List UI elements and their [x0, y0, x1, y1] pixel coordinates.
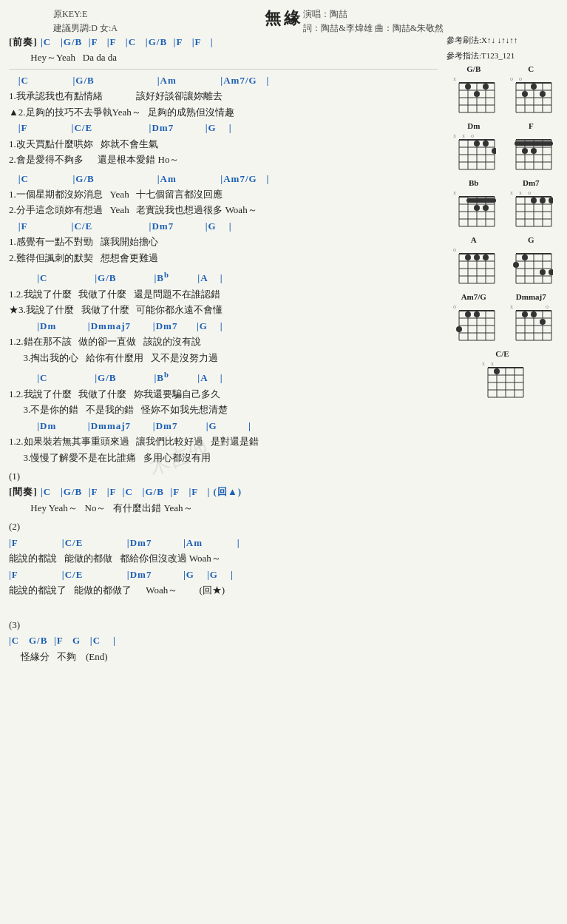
lyric-line: ▲2.足夠的技巧不去爭執Yeah～ 足夠的成熟但沒情趣: [9, 104, 438, 120]
lyric-line: Hey～Yeah Da da da: [9, 50, 438, 65]
section-chorus2: |C |G/B |Bb |A | 1.2.我說了什麼 我做了什麼 妳我還要騙自己…: [9, 368, 438, 465]
svg-text:x: x: [453, 189, 456, 196]
section-bridge: (2) |F |C/E |Dm7 |Am | 能說的都說 能做的都做 都給你但沒…: [9, 519, 438, 598]
svg-text:x: x: [510, 189, 513, 196]
lyric-line: 能說的都說 能做的都做 都給你但沒改過 Woah～: [9, 550, 438, 566]
chord-line: |C G/B |F G |C |: [9, 633, 438, 648]
chord-line: |F |C/E |Dm7 |G |: [9, 120, 438, 135]
lyrics-section: [前奏] |C |G/B |F |F |C |G/B |F |F | Hey～Y…: [9, 34, 444, 667]
svg-text:x: x: [519, 189, 522, 196]
svg-point-128: [465, 311, 471, 317]
svg-text:x: x: [453, 132, 456, 139]
svg-point-113: [522, 254, 528, 260]
svg-text:o: o: [471, 132, 474, 139]
lyric-line: 2.難得但諷刺的默契 想想會更難過: [9, 250, 438, 266]
lyric-line: (1): [9, 468, 438, 484]
chord-gb: G/B x: [447, 64, 501, 117]
lyric-line: 2.會是愛得不夠多 還是根本愛錯 Ho～: [9, 152, 438, 167]
lyric-line: 1.2.錯在那不該 做的卻一直做 該說的沒有說: [9, 334, 438, 349]
ref-strumming: 參考刷法:X↑↓ ↓↑↓↑↑: [447, 34, 558, 47]
lyric-line: (3): [9, 617, 438, 633]
lyric-line: 3.掏出我的心 給你有什麼用 又不是沒努力過: [9, 350, 438, 365]
svg-text:o: o: [519, 75, 522, 82]
chord-line: |C |G/B |Bb |A |: [9, 368, 438, 386]
svg-point-57: [531, 148, 537, 154]
svg-point-114: [540, 269, 546, 275]
lyric-line: 1.感覺有一點不對勁 讓我開始擔心: [9, 234, 438, 249]
svg-point-115: [549, 269, 553, 275]
svg-text:x: x: [510, 303, 513, 310]
lyric-line: 2.分手這念頭妳有想過 Yeah 老實說我也想過很多 Woah～: [9, 202, 438, 217]
chord-dmmaj7: Dmmaj7 x o: [504, 292, 559, 345]
chord-line: |C |G/B |Am |Am7/G |: [9, 72, 438, 88]
performer: 演唱：陶喆: [303, 7, 444, 21]
svg-point-143: [531, 311, 537, 317]
svg-point-42: [474, 141, 480, 146]
ref-fingering: 參考指法:T123_121: [447, 50, 558, 62]
performer-info: 演唱：陶喆 詞：陶喆&李煒雄 曲：陶喆&朱敬然: [303, 7, 444, 36]
lyric-line: (2): [9, 519, 438, 534]
chord-line: |C |G/B |Am |Am7/G |: [9, 171, 438, 186]
chord-am7g: Am7/G o: [447, 292, 501, 345]
svg-text:o: o: [528, 189, 531, 196]
section-outro: (3) |C G/B |F G |C | 怪緣分 不夠 (End): [9, 601, 438, 665]
lyric-line: 1.2.我說了什麼 我做了什麼 還是問題不在誰認錯: [9, 286, 438, 302]
section-verse1: |C |G/B |Am |Am7/G | 1.我承認我也有點情緒 該好好談卻讓妳…: [9, 72, 438, 168]
chords-panel: 參考刷法:X↑↓ ↓↑↓↑↑ 參考指法:T123_121 G/B x: [444, 34, 558, 667]
svg-point-127: [456, 326, 462, 332]
svg-text:x: x: [491, 360, 494, 367]
svg-point-70: [474, 205, 480, 211]
chord-line: |Dm |Dmmaj7 |Dm7 |G |: [9, 418, 438, 434]
chord-a: A o: [447, 235, 501, 288]
lyric-line: ★3.我說了什麼 我做了什麼 可能你都永遠不會懂: [9, 302, 438, 317]
chord-line: |C |G/B |Bb |A |: [9, 269, 438, 286]
svg-text:o: o: [546, 303, 549, 310]
chord-line: [間奏] |C |G/B |F |F |C |G/B |F |F | (回▲): [9, 484, 438, 499]
key-info: 原KEY:E 建議男調:D 女:A: [53, 7, 118, 36]
svg-point-71: [483, 205, 489, 211]
chord-f: F: [504, 121, 559, 174]
original-key: 原KEY:E: [53, 7, 118, 21]
lyric-line: 1.我承認我也有點情緒 該好好談卻讓妳離去: [9, 88, 438, 104]
svg-point-11: [465, 84, 471, 90]
svg-point-101: [483, 254, 489, 260]
svg-point-44: [492, 148, 496, 154]
svg-text:x: x: [482, 360, 485, 367]
chord-ce: C/E x x: [447, 349, 558, 402]
svg-text:x: x: [453, 75, 456, 82]
lyric-line: 1.一個星期都沒妳消息 Yeah 十七個留言都沒回應: [9, 186, 438, 202]
svg-point-142: [522, 311, 528, 317]
lyric-line: 1.2.我說了什麼 我做了什麼 妳我還要騙自己多久: [9, 386, 438, 402]
lyric-line: 3.不是你的錯 不是我的錯 怪妳不如我先想清楚: [9, 402, 438, 417]
chord-c: C o o: [504, 64, 559, 117]
credits: 詞：陶喆&李煒雄 曲：陶喆&朱敬然: [303, 21, 444, 36]
svg-rect-55: [515, 141, 553, 146]
svg-point-13: [483, 84, 489, 90]
chord-line: |F |C/E |Dm7 |G |G |: [9, 567, 438, 582]
lyric-line: 1.2.如果裝若無其事重頭來過 讓我們比較好過 是對還是錯: [9, 434, 438, 449]
chord-line: |F |C/E |Dm7 |G |: [9, 218, 438, 234]
svg-rect-69: [466, 198, 496, 203]
lyric-line: [9, 601, 438, 617]
section-verse2: |C |G/B |Am |Am7/G | 1.一個星期都沒妳消息 Yeah 十七…: [9, 171, 438, 266]
chord-line: |Dm |Dmmaj7 |Dm7 |G |: [9, 318, 438, 334]
chords-grid: G/B x: [447, 64, 558, 402]
svg-point-129: [474, 311, 480, 317]
chord-bb: Bb x: [447, 178, 501, 231]
lyric-line: Hey Yeah～ No～ 有什麼出錯 Yeah～: [9, 500, 438, 516]
svg-point-27: [522, 91, 528, 97]
chord-line: |F |C/E |Dm7 |Am |: [9, 535, 438, 550]
svg-text:o: o: [510, 75, 513, 82]
chord-g: G: [504, 235, 559, 288]
svg-point-87: [549, 198, 553, 203]
svg-point-28: [540, 91, 546, 97]
header: 原KEY:E 建議男調:D 女:A 無緣 演唱：陶喆 詞：陶喆&李煒雄 曲：陶喆…: [9, 7, 558, 30]
svg-point-100: [474, 254, 480, 260]
svg-point-144: [540, 319, 546, 325]
svg-point-43: [483, 141, 489, 146]
svg-text:x: x: [462, 132, 465, 139]
svg-point-99: [465, 254, 471, 260]
lyric-line: 3.慢慢了解愛不是在比誰痛 多用心都沒有用: [9, 450, 438, 465]
page: 原KEY:E 建議男調:D 女:A 無緣 演唱：陶喆 詞：陶喆&李煒雄 曲：陶喆…: [0, 0, 567, 675]
chord-dm: Dm x x o: [447, 121, 501, 174]
